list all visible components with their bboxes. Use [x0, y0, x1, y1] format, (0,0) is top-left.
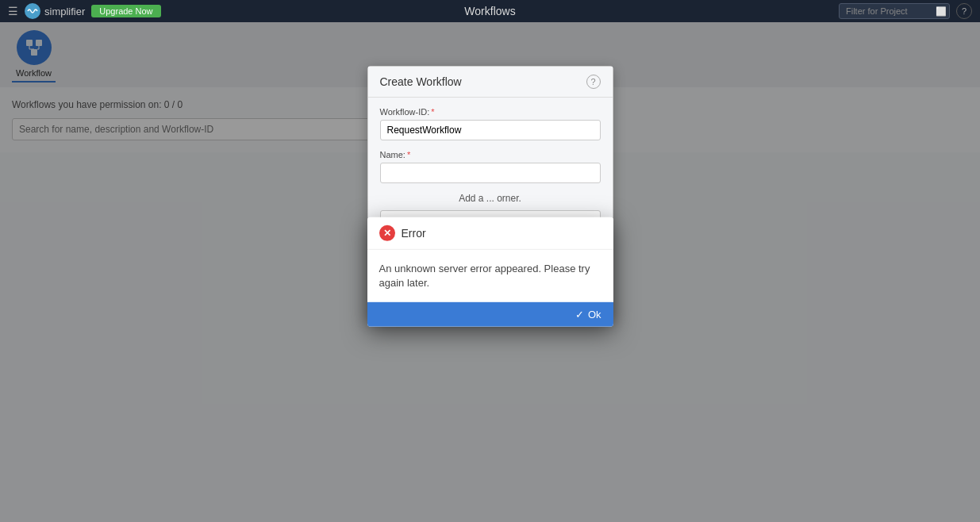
upgrade-button[interactable]: Upgrade Now — [91, 5, 160, 17]
required-star-id: * — [431, 107, 434, 117]
panel-title: Create Workflow — [380, 75, 462, 88]
navbar-left: ☰ simplifier Upgrade Now — [8, 3, 161, 19]
name-label: Name: * — [380, 150, 601, 159]
navbar-right: ⬜ ? — [839, 3, 972, 19]
filter-project-input[interactable] — [839, 3, 950, 19]
error-title: Error — [402, 227, 426, 240]
error-icon: ✕ — [379, 225, 395, 241]
filter-project-wrapper: ⬜ — [839, 3, 950, 19]
logo: simplifier — [25, 3, 85, 19]
help-icon[interactable]: ? — [956, 3, 972, 19]
logo-text: simplifier — [44, 6, 85, 17]
main-content: Workflow Workflows you have permission o… — [0, 22, 980, 522]
logo-icon — [25, 3, 40, 19]
required-star-name: * — [407, 150, 410, 159]
hamburger-icon[interactable]: ☰ — [8, 5, 18, 17]
add-hint: Add a ... orner. — [380, 193, 601, 204]
workflow-id-label: Workflow-ID: * — [380, 107, 601, 117]
ok-button[interactable]: ✓ Ok — [575, 309, 601, 320]
error-header: ✕ Error — [367, 217, 613, 250]
panel-header: Create Workflow ? — [368, 67, 613, 98]
name-input[interactable] — [380, 163, 601, 183]
error-message: An unknown server error appeared. Please… — [367, 250, 613, 302]
page-title: Workflows — [464, 5, 515, 17]
navbar: ☰ simplifier Upgrade Now Workflows ⬜ ? — [0, 0, 980, 22]
panel-help-icon[interactable]: ? — [586, 75, 601, 89]
error-dialog: ✕ Error An unknown server error appeared… — [367, 217, 613, 327]
workflow-id-input[interactable] — [380, 120, 601, 140]
export-icon: ⬜ — [936, 6, 947, 17]
name-group: Name: * — [380, 150, 601, 183]
error-footer: ✓ Ok — [367, 302, 613, 327]
workflow-id-group: Workflow-ID: * — [380, 107, 601, 140]
ok-checkmark-icon: ✓ — [575, 309, 584, 320]
